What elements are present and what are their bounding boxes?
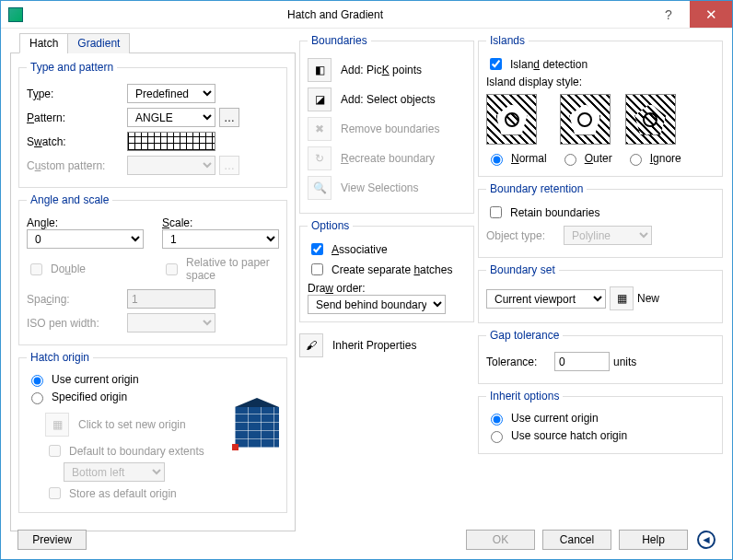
origin-preview-icon bbox=[235, 407, 279, 448]
spacing-input bbox=[127, 289, 215, 309]
island-normal-preview[interactable] bbox=[486, 94, 537, 145]
view-selections-icon: 🔍 bbox=[308, 176, 332, 200]
tolerance-label: Tolerance: bbox=[486, 356, 551, 368]
select-objects-label[interactable]: Add: Select objects bbox=[341, 93, 436, 106]
island-detection-checkbox[interactable]: Island detection bbox=[486, 55, 715, 73]
collapse-arrow-icon[interactable]: ◄ bbox=[697, 531, 716, 549]
tab-strip: Hatch Gradient bbox=[19, 33, 296, 53]
type-pattern-legend: Type and pattern bbox=[27, 61, 117, 74]
spacing-label: Spacing: bbox=[27, 293, 123, 306]
boundary-set-new-label[interactable]: New bbox=[637, 292, 659, 305]
swatch-preview[interactable] bbox=[127, 132, 215, 151]
cancel-button[interactable]: Cancel bbox=[542, 530, 611, 550]
recreate-boundary-label: Recreate boundary bbox=[341, 152, 435, 165]
custom-pattern-browse-button: … bbox=[219, 156, 239, 175]
options-legend: Options bbox=[308, 219, 353, 232]
preview-button[interactable]: Preview bbox=[17, 530, 87, 550]
origin-anchor-select: Bottom left bbox=[64, 462, 165, 482]
help-button[interactable]: Help bbox=[619, 530, 688, 550]
app-icon bbox=[8, 7, 23, 22]
islands-group: Islands Island detection Island display … bbox=[478, 34, 723, 177]
hatch-origin-legend: Hatch origin bbox=[27, 351, 93, 364]
view-selections-label: View Selections bbox=[341, 181, 419, 194]
island-ignore-preview[interactable] bbox=[625, 94, 676, 145]
boundaries-legend: Boundaries bbox=[308, 34, 371, 47]
object-type-select: Polyline bbox=[564, 226, 652, 245]
island-style-label: Island display style: bbox=[486, 76, 715, 88]
gap-tolerance-group: Gap tolerance Tolerance: units bbox=[478, 329, 723, 384]
iso-pen-label: ISO pen width: bbox=[27, 317, 123, 330]
pick-points-label[interactable]: Add: PicK points bbox=[341, 64, 422, 76]
tab-gradient[interactable]: Gradient bbox=[67, 33, 130, 53]
dialog-window: Hatch and Gradient ? ✕ Hatch Gradient Ty… bbox=[0, 0, 733, 560]
draw-order-select[interactable]: Send behind boundary bbox=[308, 295, 446, 314]
boundary-retention-legend: Boundary retention bbox=[486, 182, 587, 195]
pattern-select[interactable]: ANGLE bbox=[127, 108, 215, 127]
click-new-origin-label: Click to set new origin bbox=[78, 418, 186, 431]
boundary-set-legend: Boundary set bbox=[486, 263, 559, 276]
inherit-use-source-radio[interactable]: Use source hatch origin bbox=[486, 428, 715, 443]
pick-points-icon[interactable]: ◧ bbox=[308, 58, 332, 82]
hatch-origin-group: Hatch origin Use current origin Specifie… bbox=[18, 351, 287, 513]
right-column: Islands Island detection Island display … bbox=[478, 32, 723, 559]
help-titlebar-button[interactable]: ? bbox=[647, 1, 690, 28]
custom-pattern-label: Custom pattern: bbox=[27, 159, 123, 172]
middle-column: Boundaries ◧ Add: PicK points ◪ Add: Sel… bbox=[299, 32, 474, 559]
scale-select[interactable]: 1 bbox=[162, 229, 279, 249]
retain-boundaries-checkbox[interactable]: Retain boundaries bbox=[486, 204, 715, 221]
type-pattern-group: Type and pattern Type: Predefined Patter… bbox=[18, 61, 287, 188]
tab-panel: Type and pattern Type: Predefined Patter… bbox=[10, 52, 296, 531]
titlebar-buttons: ? ✕ bbox=[647, 1, 732, 28]
angle-select[interactable]: 0 bbox=[27, 229, 144, 249]
swatch-label: Swatch: bbox=[27, 135, 123, 148]
options-group: Options Associative Create separate hatc… bbox=[299, 219, 474, 322]
islands-legend: Islands bbox=[486, 34, 529, 47]
gap-tolerance-legend: Gap tolerance bbox=[486, 329, 563, 342]
tolerance-input[interactable] bbox=[554, 352, 610, 371]
left-column: Hatch Gradient Type and pattern Type: Pr… bbox=[10, 32, 296, 559]
separate-hatches-checkbox[interactable]: Create separate hatches bbox=[308, 261, 466, 278]
recreate-boundary-icon: ↻ bbox=[308, 146, 332, 170]
inherit-options-group: Inherit options Use current origin Use s… bbox=[478, 390, 723, 454]
angle-scale-legend: Angle and scale bbox=[27, 193, 112, 206]
island-outer-preview[interactable] bbox=[560, 94, 611, 145]
relative-checkbox: Relative to paper space bbox=[162, 256, 279, 282]
type-label: Type: bbox=[27, 88, 123, 100]
type-select[interactable]: Predefined bbox=[127, 84, 215, 103]
tab-hatch[interactable]: Hatch bbox=[19, 33, 68, 53]
pattern-browse-button[interactable]: … bbox=[219, 108, 239, 127]
close-button[interactable]: ✕ bbox=[690, 1, 732, 28]
inherit-options-legend: Inherit options bbox=[486, 390, 563, 402]
remove-boundaries-label: Remove boundaries bbox=[341, 122, 439, 135]
titlebar: Hatch and Gradient ? ✕ bbox=[1, 1, 732, 29]
scale-label: Scale: bbox=[162, 216, 279, 229]
use-current-origin-radio[interactable]: Use current origin bbox=[27, 372, 279, 387]
default-extents-checkbox: Default to boundary extents bbox=[45, 442, 224, 460]
island-normal-radio[interactable]: Normal bbox=[486, 151, 547, 166]
inherit-use-current-radio[interactable]: Use current origin bbox=[486, 411, 715, 426]
angle-label: Angle: bbox=[27, 216, 144, 229]
iso-pen-select bbox=[127, 313, 215, 332]
inherit-properties-label[interactable]: Inherit Properties bbox=[332, 339, 416, 352]
select-objects-icon[interactable]: ◪ bbox=[308, 88, 332, 111]
boundary-set-group: Boundary set Current viewport ▦ New bbox=[478, 263, 723, 323]
dialog-content: Hatch Gradient Type and pattern Type: Pr… bbox=[1, 29, 732, 559]
island-outer-radio[interactable]: Outer bbox=[560, 151, 612, 166]
boundary-set-select[interactable]: Current viewport bbox=[486, 289, 606, 309]
boundaries-group: Boundaries ◧ Add: PicK points ◪ Add: Sel… bbox=[299, 34, 474, 214]
boundary-retention-group: Boundary retention Retain boundaries Obj… bbox=[478, 182, 723, 258]
draw-order-label: Draw order: bbox=[308, 282, 466, 295]
object-type-label: Object type: bbox=[486, 229, 560, 242]
island-ignore-radio[interactable]: Ignore bbox=[625, 151, 681, 166]
boundary-set-new-icon[interactable]: ▦ bbox=[610, 286, 634, 310]
pattern-label: Pattern: bbox=[27, 111, 123, 124]
angle-scale-group: Angle and scale Angle: 0 Scale: 1 Double bbox=[18, 193, 287, 345]
ok-button[interactable]: OK bbox=[466, 530, 535, 550]
remove-boundaries-icon: ✖ bbox=[308, 117, 332, 141]
associative-checkbox[interactable]: Associative bbox=[308, 240, 466, 258]
inherit-properties-icon[interactable]: 🖌 bbox=[299, 333, 323, 357]
tolerance-units: units bbox=[613, 356, 636, 368]
custom-pattern-select bbox=[127, 156, 215, 175]
set-origin-icon: ▦ bbox=[45, 413, 69, 437]
dialog-title: Hatch and Gradient bbox=[23, 8, 647, 21]
